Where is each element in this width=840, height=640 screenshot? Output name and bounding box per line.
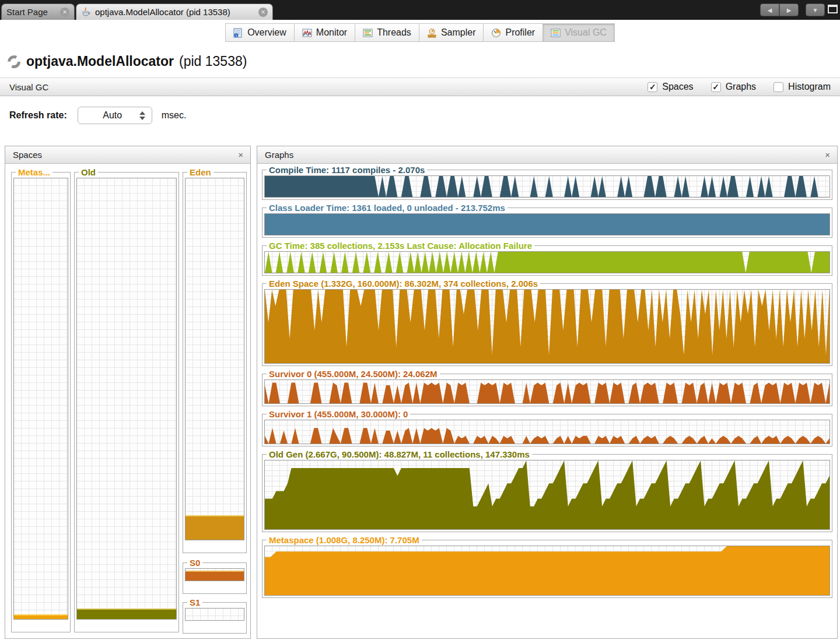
refresh-rate-row: Refresh rate: Auto msec. [0,107,186,124]
graph-old-gen-title: Old Gen (2.667G, 90.500M): 48.827M, 11 c… [267,449,532,459]
tab-start-page-label: Start Page [6,7,48,17]
checkbox-histogram-box[interactable] [774,82,783,92]
graphs-panel-title: Graphs [265,150,293,160]
graph-survivor-0-title: Survivor 0 (455.000M, 24.500M): 24.062M [267,369,440,379]
app-title-name: optjava.ModelAllocator [26,54,174,69]
tab-profiler-label: Profiler [505,27,535,38]
overview-icon: i [233,28,243,38]
spaces-panel-body: Metas... Old Eden S0 S1 [5,164,250,638]
graph-metaspace: Metaspace (1.008G, 8.250M): 7.705M [262,535,832,598]
checkbox-spaces-label: Spaces [662,82,693,92]
graph-metaspace-plot [264,546,830,596]
graph-class-loader-time-plot [264,213,830,235]
graph-eden-space-title: Eden Space (1.332G, 160.000M): 86.302M, … [267,279,540,289]
spaces-panel-title: Spaces [13,150,42,160]
back-icon: ◀ [768,7,772,13]
space-old-label: Old [79,167,98,177]
close-icon[interactable]: × [825,150,830,160]
profiler-icon [491,28,501,38]
graph-survivor-1: Survivor 1 (455.000M, 30.000M): 0 [262,409,832,446]
refresh-rate-select[interactable]: Auto [78,107,152,124]
space-s0-fill [186,571,244,581]
space-old-box [76,178,177,620]
graph-compile-time-plot [264,175,830,198]
space-old-fill [77,609,176,619]
chevron-down-icon: ▼ [813,7,818,13]
checkbox-spaces-box[interactable]: ✓ [648,82,657,92]
space-eden: Eden [183,167,247,553]
space-s0-box [185,568,244,581]
checkbox-group: ✓ Spaces ✓ Graphs Histogram [648,82,831,92]
graphs-list: Compile Time: 1117 compiles - 2.070s Cla… [262,165,832,601]
graph-class-loader-time: Class Loader Time: 1361 loaded, 0 unload… [262,203,832,238]
graph-gc-time-plot [264,251,830,273]
visual-gc-title: Visual GC [9,82,48,92]
graph-survivor-0: Survivor 0 (455.000M, 24.500M): 24.062M [262,369,832,406]
space-eden-label: Eden [187,167,214,177]
tab-overview[interactable]: i Overview [225,23,295,42]
space-s0-label: S0 [187,558,202,568]
tab-start-page[interactable]: Start Page × [1,3,75,20]
close-icon[interactable]: × [258,8,268,17]
space-s1-label: S1 [187,597,202,607]
graph-survivor-0-plot [264,379,830,404]
graph-eden-space-plot [264,289,830,364]
monitor-icon [302,28,312,38]
refresh-rate-label: Refresh rate: [9,110,67,121]
tab-overview-label: Overview [247,27,286,38]
refresh-rate-unit: msec. [162,110,187,121]
view-toolbar: i Overview Monitor Threads Sampler [0,23,840,42]
graph-compile-time: Compile Time: 1117 compiles - 2.070s [262,165,832,200]
space-old: Old [74,167,179,632]
app-title-pid: (pid 13538) [179,54,247,69]
tab-modelallocator[interactable]: optjava.ModelAllocator (pid 13538) × [76,3,273,20]
spaces-panel: Spaces × Metas... Old Eden S0 [5,146,251,639]
tab-profiler[interactable]: Profiler [484,23,543,42]
sampler-icon [427,28,437,38]
spaces-panel-header: Spaces × [5,146,250,164]
tab-sampler-label: Sampler [441,27,476,38]
page-title: optjava.ModelAllocator (pid 13538) [7,54,247,69]
tab-threads[interactable]: Threads [355,23,419,42]
space-s1: S1 [183,597,247,634]
graph-survivor-1-title: Survivor 1 (455.000M, 30.000M): 0 [267,409,410,419]
space-metaspace-fill [14,614,68,619]
space-eden-box [185,178,244,540]
graph-compile-time-title: Compile Time: 1117 compiles - 2.070s [267,165,427,175]
graph-eden-space: Eden Space (1.332G, 160.000M): 86.302M, … [262,279,832,366]
checkbox-spaces[interactable]: ✓ Spaces [648,82,693,92]
checkbox-histogram-label: Histogram [788,82,831,92]
graphs-panel-body: Compile Time: 1117 compiles - 2.070s Cla… [257,164,837,638]
graph-class-loader-time-title: Class Loader Time: 1361 loaded, 0 unload… [267,203,508,213]
tab-visual-gc-label: Visual GC [565,27,607,38]
tab-list-dropdown-button[interactable]: ▼ [806,3,825,16]
stepper-arrows-icon[interactable] [136,111,152,120]
space-s0: S0 [183,558,247,594]
graph-old-gen: Old Gen (2.667G, 90.500M): 48.827M, 11 c… [262,449,832,532]
tab-monitor[interactable]: Monitor [295,23,355,42]
visual-gc-icon [551,28,561,38]
close-icon[interactable]: × [60,8,69,17]
threads-icon [363,28,373,38]
graph-gc-time-title: GC Time: 385 collections, 2.153s Last Ca… [267,241,534,251]
graphs-panel: Graphs × Compile Time: 1117 compiles - 2… [257,146,838,639]
tab-threads-label: Threads [377,27,411,38]
checkbox-graphs[interactable]: ✓ Graphs [711,82,756,92]
tab-sampler[interactable]: Sampler [419,23,484,42]
visual-gc-header-bar: Visual GC ✓ Spaces ✓ Graphs Histogram [0,78,840,96]
nav-back-button[interactable]: ◀ [760,3,779,16]
maximize-icon[interactable] [828,5,838,13]
graphs-panel-header: Graphs × [257,146,837,164]
tab-visual-gc[interactable]: Visual GC [543,23,615,42]
nav-forward-button[interactable]: ▶ [779,3,799,16]
space-metaspace: Metas... [11,167,71,632]
refresh-rate-value: Auto [78,110,136,121]
forward-icon: ▶ [787,7,792,13]
window-tab-bar: Start Page × optjava.ModelAllocator (pid… [0,0,840,20]
checkbox-graphs-box[interactable]: ✓ [711,82,721,92]
space-s1-box [185,608,244,621]
close-icon[interactable]: × [238,150,243,160]
checkbox-histogram[interactable]: Histogram [774,82,831,92]
spinner-icon [7,55,21,69]
graph-old-gen-plot [264,460,830,530]
